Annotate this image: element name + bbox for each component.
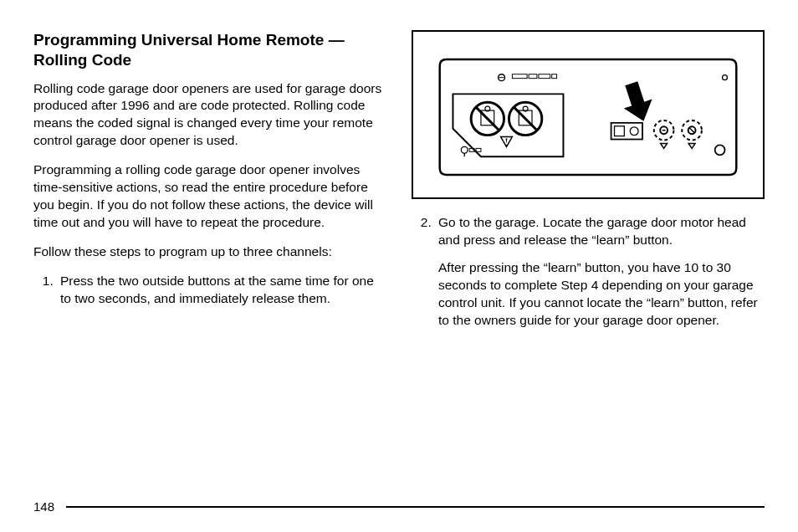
intro-paragraph-3: Follow these steps to program up to thre… (33, 243, 386, 261)
intro-paragraph-2: Programming a rolling code garage door o… (33, 161, 386, 232)
svg-point-20 (630, 127, 638, 136)
garage-opener-figure (412, 30, 765, 199)
footer-rule (66, 506, 765, 508)
section-heading: Programming Universal Home Remote — Roll… (33, 30, 386, 70)
manual-page: Programming Universal Home Remote — Roll… (0, 0, 798, 532)
page-number: 148 (33, 499, 66, 514)
step-2-text: Go to the garage. Locate the garage door… (438, 215, 746, 247)
procedure-list-left: Press the two outside buttons at the sam… (57, 273, 386, 308)
right-column: Go to the garage. Locate the garage door… (412, 30, 765, 482)
garage-opener-illustration-svg (423, 42, 753, 187)
step-1-text: Press the two outside buttons at the sam… (60, 274, 374, 305)
step-1: Press the two outside buttons at the sam… (57, 273, 386, 308)
intro-paragraph-1: Rolling code garage door openers are use… (33, 80, 386, 151)
step-2-extra-text: After pressing the “learn” button, you h… (438, 259, 765, 330)
svg-rect-19 (615, 126, 625, 136)
procedure-list-right: Go to the garage. Locate the garage door… (435, 214, 765, 330)
left-column: Programming Universal Home Remote — Roll… (33, 30, 386, 482)
page-footer: 148 (33, 499, 765, 514)
step-2: Go to the garage. Locate the garage door… (435, 214, 765, 330)
two-column-layout: Programming Universal Home Remote — Roll… (33, 30, 765, 482)
